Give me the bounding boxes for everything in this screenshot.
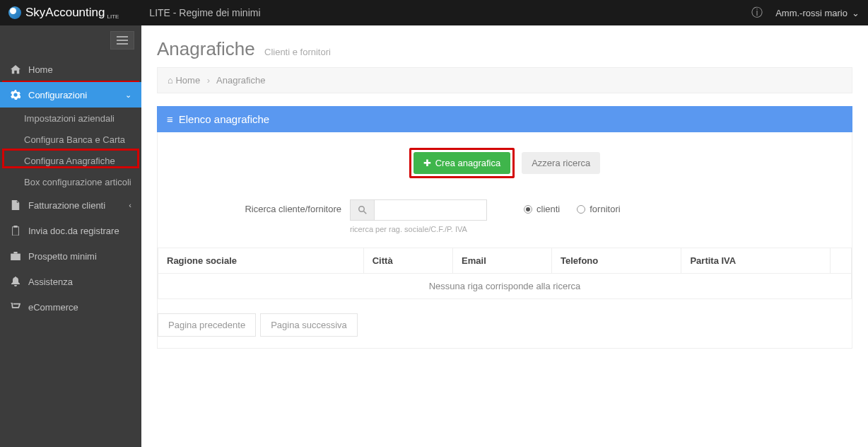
table-empty-message: Nessuna riga corrisponde alla ricerca bbox=[158, 274, 852, 299]
breadcrumb-current: Anagrafiche bbox=[216, 75, 265, 86]
briefcase-icon bbox=[10, 250, 21, 262]
bell-icon bbox=[10, 276, 21, 287]
nav-sub-box-articoli[interactable]: Box configurazione articoli bbox=[0, 171, 141, 192]
nav-ecommerce[interactable]: eCommerce bbox=[0, 294, 141, 320]
th-citta[interactable]: Città bbox=[363, 248, 452, 274]
prev-page-button[interactable]: Pagina precedente bbox=[158, 313, 256, 337]
topbar: SkyAccounting LITE LITE - Regime dei min… bbox=[0, 0, 868, 25]
page-subtitle: Clienti e fornitori bbox=[264, 47, 331, 57]
svg-rect-2 bbox=[117, 43, 128, 45]
panel-header: ≡ Elenco anagrafiche bbox=[157, 106, 852, 132]
page-title: Anagrafiche Clienti e fornitori bbox=[157, 38, 852, 60]
th-ragione-sociale[interactable]: Ragione sociale bbox=[158, 248, 364, 274]
radio-fornitori-label: fornitori bbox=[590, 204, 620, 214]
page-title-text: Anagrafiche bbox=[157, 38, 255, 59]
reset-search-button[interactable]: Azzera ricerca bbox=[522, 152, 600, 174]
results-table: Ragione sociale Città Email Telefono Par… bbox=[158, 248, 852, 299]
nav-fatturazione-label: Fatturazione clienti bbox=[28, 200, 105, 211]
search-input[interactable] bbox=[374, 199, 487, 221]
top-center-title: LITE - Regime dei minimi bbox=[149, 7, 260, 18]
search-hint: ricerca per rag. sociale/C.F./P. IVA bbox=[350, 225, 487, 233]
search-type-radio-group: clienti fornitori bbox=[524, 199, 621, 214]
radio-clienti[interactable]: clienti bbox=[524, 204, 560, 214]
nav-sub-configura-anagrafiche[interactable]: Configura Anagrafiche bbox=[0, 150, 141, 171]
list-icon: ≡ bbox=[167, 113, 173, 125]
nav-configurazioni-label: Configurazioni bbox=[28, 90, 87, 100]
pager: Pagina precedente Pagina successiva bbox=[158, 313, 852, 337]
chevron-down-icon: ⌄ bbox=[852, 8, 860, 18]
radio-fornitori[interactable]: fornitori bbox=[577, 204, 620, 214]
svg-rect-5 bbox=[11, 254, 20, 260]
nav-ecommerce-label: eCommerce bbox=[28, 302, 78, 313]
home-icon: ⌂ bbox=[168, 75, 173, 86]
search-label: Ricerca cliente/fornitore bbox=[158, 199, 341, 214]
plus-icon: ✚ bbox=[423, 158, 431, 168]
clipboard-icon bbox=[10, 225, 21, 236]
th-email[interactable]: Email bbox=[453, 248, 552, 274]
info-icon[interactable]: ⓘ bbox=[751, 6, 763, 21]
nav-prospetto-label: Prospetto minimi bbox=[28, 251, 97, 262]
nav-assistenza[interactable]: Assistenza bbox=[0, 269, 141, 294]
nav-sub-label: Configura Banca e Carta bbox=[24, 134, 125, 145]
home-icon bbox=[10, 64, 21, 75]
chevron-left-icon: ‹ bbox=[129, 201, 131, 209]
nav-invia-doc[interactable]: Invia doc.da registrare bbox=[0, 218, 141, 243]
sidebar-toggle-button[interactable] bbox=[110, 31, 134, 50]
file-icon bbox=[10, 199, 21, 211]
nav-prospetto[interactable]: Prospetto minimi bbox=[0, 243, 141, 269]
cogs-icon bbox=[10, 89, 21, 100]
next-page-button[interactable]: Pagina successiva bbox=[260, 313, 358, 337]
chevron-down-icon: ⌄ bbox=[125, 91, 131, 100]
search-icon bbox=[350, 199, 374, 221]
chevron-right-icon: › bbox=[207, 75, 210, 86]
th-partita-iva[interactable]: Partita IVA bbox=[681, 248, 831, 274]
nav-sub-label: Impostazioni aziendali bbox=[24, 113, 115, 124]
brand-logo-mark bbox=[8, 6, 21, 19]
nav-home[interactable]: Home bbox=[0, 57, 141, 82]
nav-sub-label: Box configurazione articoli bbox=[24, 177, 131, 187]
breadcrumb: ⌂ Home › Anagrafiche bbox=[157, 67, 852, 93]
brand-sub: LITE bbox=[107, 13, 119, 20]
svg-rect-6 bbox=[13, 252, 17, 254]
highlight-crea-anagrafica: ✚ Crea anagrafica bbox=[409, 148, 515, 178]
nav-invia-doc-label: Invia doc.da registrare bbox=[28, 226, 119, 236]
svg-rect-1 bbox=[117, 40, 128, 41]
sidebar: Home Configurazioni ⌄ Impostazioni azien… bbox=[0, 25, 141, 447]
radio-dot-icon bbox=[524, 205, 532, 214]
nav-sub-label: Configura Anagrafiche bbox=[24, 156, 115, 166]
create-anagrafica-button[interactable]: ✚ Crea anagrafica bbox=[414, 152, 511, 174]
reset-button-label: Azzera ricerca bbox=[532, 158, 590, 168]
search-row: Ricerca cliente/fornitore ricerca per ra… bbox=[158, 195, 852, 248]
create-button-label: Crea anagrafica bbox=[435, 158, 501, 168]
svg-point-7 bbox=[358, 207, 364, 212]
nav-fatturazione[interactable]: Fatturazione clienti ‹ bbox=[0, 192, 141, 218]
nav-sub-impostazioni-aziendali[interactable]: Impostazioni aziendali bbox=[0, 108, 141, 129]
main-content: Anagrafiche Clienti e fornitori ⌂ Home ›… bbox=[141, 25, 868, 447]
svg-rect-0 bbox=[117, 36, 128, 37]
brand-name: SkyAccounting bbox=[25, 6, 105, 20]
svg-rect-4 bbox=[13, 226, 17, 228]
next-page-label: Pagina successiva bbox=[271, 320, 347, 330]
user-name: Amm.-rossi mario bbox=[775, 8, 848, 18]
prev-page-label: Pagina precedente bbox=[168, 320, 245, 330]
th-telefono[interactable]: Telefono bbox=[552, 248, 681, 274]
radio-dot-icon bbox=[577, 205, 585, 214]
cart-icon bbox=[10, 301, 21, 313]
nav-home-label: Home bbox=[28, 64, 53, 75]
breadcrumb-home[interactable]: Home bbox=[175, 75, 200, 86]
nav-sub-configura-banca[interactable]: Configura Banca e Carta bbox=[0, 129, 141, 150]
nav-configurazioni[interactable]: Configurazioni ⌄ bbox=[0, 82, 141, 108]
th-actions bbox=[831, 248, 852, 274]
panel-title: Elenco anagrafiche bbox=[179, 113, 269, 125]
user-menu[interactable]: Amm.-rossi mario ⌄ bbox=[775, 8, 860, 18]
nav-assistenza-label: Assistenza bbox=[28, 277, 73, 287]
panel-body: ✚ Crea anagrafica Azzera ricerca Ricerca… bbox=[157, 132, 852, 349]
action-row: ✚ Crea anagrafica Azzera ricerca bbox=[158, 144, 852, 195]
radio-clienti-label: clienti bbox=[536, 204, 560, 214]
svg-rect-3 bbox=[13, 227, 19, 236]
brand-logo[interactable]: SkyAccounting LITE bbox=[8, 6, 121, 20]
svg-line-8 bbox=[363, 211, 366, 214]
